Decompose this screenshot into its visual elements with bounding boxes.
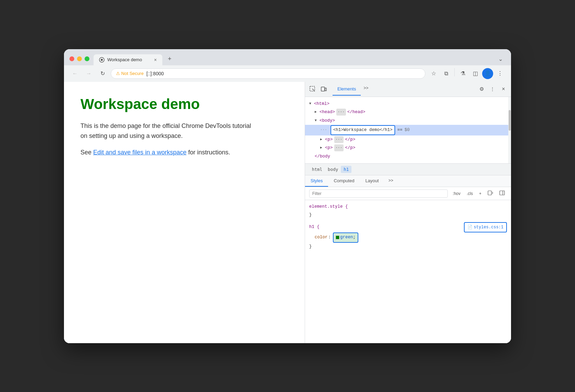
tab-list-button[interactable]: ⌄ [496,53,506,65]
h1-rule-close: } [309,243,507,251]
tab-close-button[interactable]: × [154,57,157,63]
dom-head-close: </head> [347,108,366,116]
dom-body-close-partial[interactable]: </body [305,152,511,161]
computed-style-button[interactable] [486,189,495,198]
dom-body-partial: </body [315,153,330,161]
breadcrumb-html[interactable]: html [309,166,325,173]
color-swatch[interactable] [336,236,339,239]
nav-actions: ☆ ⧉ ⚗ ◫ 👤 ⋮ [428,68,506,79]
cls-button[interactable]: .cls [465,190,475,197]
dom-html-line[interactable]: ▼ <html> [305,100,511,108]
maximize-window-button[interactable] [85,56,89,61]
breadcrumb-h1[interactable]: h1 [341,166,351,173]
forward-button[interactable]: → [83,68,94,79]
computed-tab[interactable]: Computed [328,175,360,187]
dom-p2-line[interactable]: ▶ <p> ··· </p> [305,144,511,152]
inspect-element-button[interactable] [308,84,317,94]
paragraph-1: This is the demo page for the official C… [80,121,252,141]
lab-button[interactable]: ⚗ [457,68,468,79]
more-styles-tabs-button[interactable]: >> [384,175,397,187]
styles-filter-actions: :hov .cls + [451,189,507,198]
dom-dots-icon: ··· [320,127,327,133]
refresh-icon: ↻ [100,70,105,77]
workspace-link[interactable]: Edit and save files in a workspace [93,149,186,156]
split-button[interactable]: ◫ [470,68,481,79]
page-body: This is the demo page for the official C… [80,121,252,157]
webpage-content: Workspace demo This is the demo page for… [64,82,305,343]
dom-scrollbar-thumb[interactable] [509,110,511,131]
minimize-window-button[interactable] [77,56,82,61]
devtools-settings-button[interactable]: ⚙ [477,84,486,94]
dom-scrollbar-track [508,97,511,164]
p2-ellipsis[interactable]: ··· [334,144,344,151]
sidebar-icon [499,190,505,196]
dom-tree: ▼ <html> ▶ <head> ··· </head> ▼ <body> [305,97,511,164]
devtools-more-button[interactable]: ⋮ [488,84,497,94]
add-style-button[interactable]: + [477,190,484,197]
close-icon: × [502,86,505,92]
security-warning-icon: ⚠ Not Secure [116,71,144,76]
color-value: green [340,235,353,240]
page-heading: Workspace demo [80,96,288,113]
sidebar-button[interactable] [497,189,507,198]
tab-favicon [99,57,105,63]
h1-color-rule: color : green; [309,232,507,243]
paragraph-2-before: See [80,149,93,156]
bookmark-icon: ☆ [431,70,436,77]
navigation-bar: ← → ↻ ⚠ Not Secure [::]:8000 ☆ ⧉ ⚗ ◫ [64,65,511,82]
h1-rule-header: h1 { 📄 styles.css:1 [309,222,507,233]
dom-equals: == [397,126,402,134]
element-style-rule: element.style { } [309,203,507,219]
more-tabs-button[interactable]: >> [361,83,371,96]
styles-css-link[interactable]: 📄 styles.css:1 [464,222,507,233]
forward-icon: → [86,70,91,77]
triangle-head: ▶ [315,109,318,115]
device-toolbar-button[interactable] [319,84,328,94]
devtools-toolbar-right: ⚙ ⋮ × [477,84,508,94]
layout-tab[interactable]: Layout [360,175,384,187]
active-tab[interactable]: Workspace demo × [94,54,162,65]
menu-icon: ⋮ [497,70,503,77]
styles-css-text: styles.css:1 [474,224,503,231]
styles-filter-input[interactable] [309,189,448,198]
head-ellipsis[interactable]: ··· [336,109,346,116]
elements-tab[interactable]: Elements [333,83,361,96]
dom-p1-line[interactable]: ▶ <p> ··· </p> [305,135,511,144]
dom-p2-open: <p> [325,144,333,152]
dom-head-line[interactable]: ▶ <head> ··· </head> [305,108,511,117]
element-style-close: } [309,211,507,219]
p1-ellipsis[interactable]: ··· [334,136,344,143]
styles-tab[interactable]: Styles [305,175,328,187]
back-icon: ← [72,70,78,77]
new-tab-button[interactable]: + [164,53,176,65]
h1-selector: h1 { [309,223,319,231]
triangle-html: ▼ [309,101,313,107]
element-style-text: element.style { [309,204,348,209]
dom-p1-close: </p> [345,136,355,144]
extension-button[interactable]: ⧉ [441,68,452,79]
svg-rect-4 [325,88,326,91]
profile-button[interactable]: 👤 [482,68,493,79]
svg-rect-3 [321,87,325,91]
styles-panel: Styles Computed Layout >> :hov .cls + [305,175,511,343]
dom-h1-line[interactable]: ··· <h1>Workspace demo</h1> == $0 [305,125,511,135]
svg-point-1 [101,59,103,61]
color-colon: : [328,233,331,242]
svg-rect-6 [500,191,505,195]
close-window-button[interactable] [69,56,74,61]
refresh-button[interactable]: ↻ [97,68,108,79]
address-bar[interactable]: ⚠ Not Secure [::]:8000 [111,68,425,79]
hov-button[interactable]: :hov [451,190,463,197]
profile-icon: 👤 [484,70,491,77]
dom-body-line[interactable]: ▼ <body> [305,117,511,125]
triangle-body: ▼ [315,118,318,124]
back-button[interactable]: ← [69,68,80,79]
bookmark-button[interactable]: ☆ [428,68,439,79]
browser-window: Workspace demo × + ⌄ ← → ↻ ⚠ Not Secure … [64,49,511,343]
color-semicolon: ; [353,235,356,240]
breadcrumb-body[interactable]: body [325,166,341,173]
menu-button[interactable]: ⋮ [495,68,506,79]
more-options-icon: ⋮ [490,86,495,92]
styles-tabs: Styles Computed Layout >> [305,175,511,187]
devtools-close-button[interactable]: × [499,84,508,94]
